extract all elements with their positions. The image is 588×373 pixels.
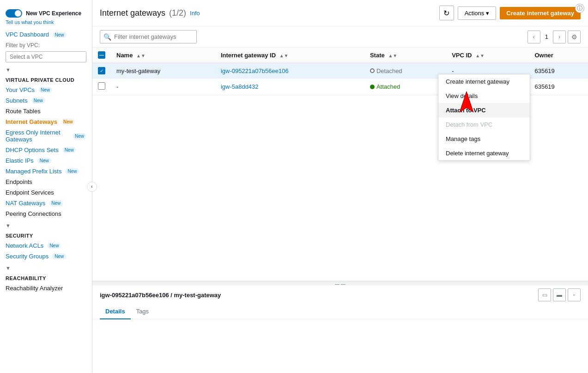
search-icon: 🔍 — [103, 33, 111, 41]
dropdown-item-attach[interactable]: Attach to VPC — [438, 103, 530, 117]
col-id[interactable]: Internet gateway ID ▲▼ — [215, 48, 364, 63]
page-number: 1 — [542, 33, 551, 40]
section-collapse-arrow[interactable]: ▼ — [0, 66, 92, 73]
sidebar-item-dhcp[interactable]: DHCP Options Sets New — [0, 145, 92, 155]
info-icon[interactable]: ⓘ — [575, 4, 584, 13]
row-checkbox-1[interactable]: ✓ — [98, 67, 105, 74]
table-count: (1/2) — [169, 8, 186, 18]
reachability-section-arrow[interactable]: ▼ — [0, 264, 92, 272]
main-content: Internet gateways (1/2) Info ↻ Actions ▾… — [92, 0, 588, 373]
table-header: Internet gateways (1/2) Info ↻ Actions ▾… — [92, 0, 588, 26]
new-vpc-toggle[interactable]: New VPC Experience — [0, 4, 92, 19]
sidebar-item-endpoint-services[interactable]: Endpoint Services — [0, 187, 92, 198]
sort-id-icon: ▲▼ — [279, 53, 289, 58]
row-checkbox-2[interactable] — [98, 82, 105, 90]
row-name-1: my-test-gateway — [111, 63, 215, 79]
row-id-2[interactable]: igw-5a8dd432 — [221, 83, 259, 90]
sidebar-collapse-button[interactable]: ‹ — [87, 182, 97, 192]
detail-header: igw-095221a07b56ee106 / my-test-gateway … — [92, 286, 588, 304]
sidebar-item-endpoints[interactable]: Endpoints — [0, 177, 92, 187]
filter-bar: 🔍 ‹ 1 › ⚙ — [92, 26, 588, 48]
dropdown-item-create[interactable]: Create internet gateway — [438, 74, 530, 89]
layout-icon-1: ▭ — [542, 292, 547, 298]
select-all-checkbox[interactable]: — — [98, 51, 105, 59]
row-name-2: - — [111, 79, 215, 95]
col-name[interactable]: Name ▲▼ — [111, 48, 215, 63]
sidebar-item-route-tables[interactable]: Route Tables — [0, 106, 92, 116]
sidebar-item-prefix-lists[interactable]: Managed Prefix Lists New — [0, 166, 92, 177]
col-owner[interactable]: Owner — [529, 48, 588, 63]
row-owner-2: 635619 — [529, 79, 588, 95]
vpc-filter — [0, 49, 92, 66]
refresh-button[interactable]: ↻ — [439, 6, 454, 20]
vpc-dashboard-badge: New — [53, 32, 67, 38]
actions-label: Actions — [465, 10, 485, 17]
dropdown-item-view[interactable]: View details — [438, 89, 530, 103]
cursor-arrow-indicator — [457, 92, 476, 119]
row-state-1: Detached — [370, 67, 441, 74]
detail-title: igw-095221a07b56ee106 / my-test-gateway — [100, 292, 221, 299]
state-dot-1 — [370, 68, 375, 73]
refresh-icon: ↻ — [443, 9, 449, 18]
sidebar-item-subnets[interactable]: Subnets New — [0, 95, 92, 106]
sidebar-item-internet-gateways[interactable]: Internet Gateways New — [0, 116, 92, 127]
pagination-next-button[interactable]: › — [553, 31, 566, 43]
pagination-prev-button[interactable]: ‹ — [527, 31, 540, 43]
sidebar-item-security-groups[interactable]: Security Groups New — [0, 251, 92, 262]
sidebar-item-network-acls[interactable]: Network ACLs New — [0, 240, 92, 251]
filter-vpc-label: Filter by VPC: — [0, 40, 92, 49]
actions-button[interactable]: Actions ▾ — [458, 6, 497, 20]
table-area: Internet gateways (1/2) Info ↻ Actions ▾… — [92, 0, 588, 281]
col-vpc[interactable]: VPC ID ▲▼ — [446, 48, 529, 63]
toggle-knob — [15, 10, 21, 17]
detail-tabs: Details Tags — [92, 304, 588, 319]
layout-icon-3: ▫ — [573, 292, 575, 298]
sort-state-icon: ▲▼ — [388, 53, 397, 58]
vpc-dashboard-link[interactable]: VPC Dashboard New — [0, 29, 92, 40]
detail-content — [92, 319, 588, 373]
dropdown-item-delete[interactable]: Delete internet gateway — [438, 146, 530, 160]
col-state[interactable]: State ▲▼ — [364, 48, 446, 63]
tab-tags[interactable]: Tags — [131, 304, 154, 319]
create-gateway-button[interactable]: Create internet gateway — [500, 7, 581, 19]
toggle-switch[interactable] — [6, 9, 22, 18]
sidebar-item-elastic-ips[interactable]: Elastic IPs New — [0, 155, 92, 166]
header-actions: ↻ Actions ▾ Create internet gateway — [439, 6, 581, 20]
info-link[interactable]: Info — [190, 10, 200, 17]
vpc-section-title: VIRTUAL PRIVATE CLOUD — [0, 73, 92, 85]
sidebar-item-your-vpcs[interactable]: Your VPCs New — [0, 85, 92, 95]
row-state-2: Attached — [370, 83, 441, 90]
sidebar-item-egress-only[interactable]: Egress Only Internet Gateways New — [0, 127, 92, 145]
detail-panel: — — igw-095221a07b56ee106 / my-test-gate… — [92, 281, 588, 373]
layout-icon-2: ▬ — [557, 292, 562, 298]
layout-buttons: ▭ ▬ ▫ — [538, 288, 581, 301]
security-section-arrow[interactable]: ▼ — [0, 222, 92, 229]
sort-name-icon: ▲▼ — [136, 53, 145, 58]
layout-btn-2[interactable]: ▬ — [553, 288, 566, 301]
actions-dropdown-menu: Create internet gateway View details Att… — [438, 74, 530, 161]
security-section-title: SECURITY — [0, 229, 92, 240]
vpc-filter-input[interactable] — [6, 51, 86, 62]
sidebar: New VPC Experience Tell us what you thin… — [0, 0, 92, 373]
sort-vpc-icon: ▲▼ — [475, 53, 485, 58]
settings-button[interactable]: ⚙ — [568, 31, 581, 43]
resize-handle[interactable]: — — — [92, 282, 588, 286]
dropdown-item-manage-tags[interactable]: Manage tags — [438, 132, 530, 146]
row-owner-1: 635619 — [529, 63, 588, 79]
table-title: Internet gateways — [100, 8, 165, 18]
pagination: ‹ 1 › ⚙ — [527, 31, 581, 43]
tab-details[interactable]: Details — [100, 304, 131, 319]
svg-marker-0 — [460, 92, 473, 112]
toggle-label: New VPC Experience — [26, 10, 81, 17]
state-dot-2 — [370, 85, 375, 89]
layout-btn-1[interactable]: ▭ — [538, 288, 551, 301]
gear-icon: ⚙ — [571, 33, 577, 41]
filter-input[interactable] — [100, 30, 197, 43]
filter-wrapper: 🔍 — [100, 30, 524, 43]
sidebar-item-reachability[interactable]: Reachability Analyzer — [0, 283, 92, 294]
tell-us-link[interactable]: Tell us what you think — [0, 19, 92, 29]
layout-btn-3[interactable]: ▫ — [568, 288, 581, 301]
sidebar-item-nat-gateways[interactable]: NAT Gateways New — [0, 198, 92, 208]
sidebar-item-peering[interactable]: Peering Connections — [0, 208, 92, 219]
row-id-1[interactable]: igw-095221a07b56ee106 — [221, 67, 289, 74]
